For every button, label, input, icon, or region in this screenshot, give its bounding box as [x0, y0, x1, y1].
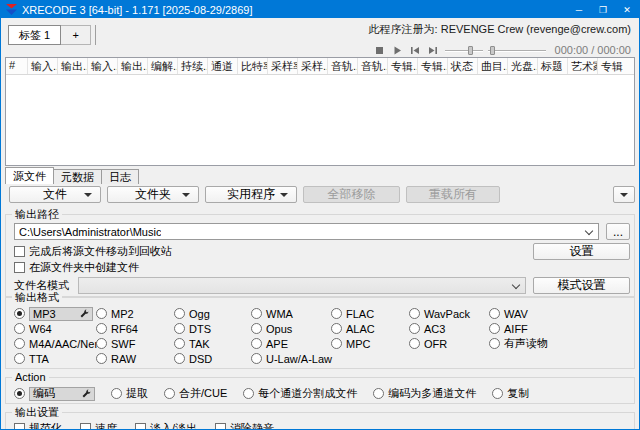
format-radio-mp3[interactable]: MP3	[14, 307, 96, 321]
file-menu-button[interactable]: 文件	[9, 186, 101, 203]
format-radio[interactable]: AIFF	[489, 323, 630, 335]
column-header[interactable]: 输入...	[88, 58, 118, 74]
column-header[interactable]: 比特率	[238, 58, 268, 74]
dropdown-arrow-icon	[620, 193, 628, 197]
radio-icon	[489, 308, 500, 319]
format-radio[interactable]: U-Law/A-Law	[251, 353, 331, 365]
maximize-button[interactable]: ❐	[591, 1, 615, 18]
normalize-checkbox[interactable]: 规范化	[14, 421, 62, 430]
format-radio[interactable]: TTA	[14, 353, 96, 365]
document-tabstrip: 标签 1 +	[8, 23, 96, 45]
remove-silence-checkbox[interactable]: 消除静音	[215, 421, 274, 430]
action-radio[interactable]: 合并/CUE	[164, 386, 227, 401]
add-tab-button[interactable]: +	[61, 25, 91, 45]
recycle-checkbox[interactable]: 完成后将源文件移动到回收站	[14, 244, 172, 259]
column-header[interactable]: 光盘...	[508, 58, 538, 74]
selected-action-box[interactable]: 编码	[29, 387, 95, 401]
format-radio[interactable]: AC3	[409, 323, 489, 335]
selected-format-box[interactable]: MP3	[29, 307, 93, 321]
stop-button[interactable]	[373, 45, 386, 56]
settings-button[interactable]: 设置	[533, 243, 630, 260]
tab-sources[interactable]: 源文件	[5, 167, 54, 184]
action-radio[interactable]: 提取	[111, 386, 148, 401]
close-window-button[interactable]: ✕	[615, 1, 639, 18]
volume-slider[interactable]	[488, 46, 546, 55]
format-radio[interactable]: OFR	[409, 338, 489, 350]
column-header[interactable]: 音轨...	[328, 58, 358, 74]
format-radio[interactable]: Ogg	[174, 308, 251, 320]
header-strip: 标签 1 + 此程序注册为: REVENGE Crew (revenge@cre…	[1, 18, 639, 57]
format-radio[interactable]: TAK	[174, 338, 251, 350]
tab-metadata[interactable]: 元数据	[54, 169, 102, 184]
action-radio[interactable]: 复制	[492, 386, 529, 401]
format-radio[interactable]: WMA	[251, 308, 331, 320]
column-header[interactable]: 输入...	[28, 58, 58, 74]
tab-document-1[interactable]: 标签 1	[8, 25, 61, 45]
column-header[interactable]: 持续...	[178, 58, 208, 74]
format-radio[interactable]: WavPack	[409, 308, 489, 320]
previous-track-button[interactable]	[409, 45, 422, 56]
next-track-button[interactable]	[427, 45, 440, 56]
format-label: U-Law/A-Law	[266, 353, 332, 365]
checkbox-icon	[14, 423, 25, 430]
column-header[interactable]: 标题	[538, 58, 568, 74]
create-in-source-checkbox[interactable]: 在源文件夹中创建文件	[14, 260, 139, 275]
folder-menu-button[interactable]: 文件夹	[107, 186, 199, 203]
format-radio[interactable]: FLAC	[331, 308, 409, 320]
column-header[interactable]: 采样率	[268, 58, 298, 74]
action-options: 编码 提取 合并/CUE 每个通道分割成文件 编码为多通道文件 复制	[14, 386, 630, 401]
column-header[interactable]: 曲目...	[478, 58, 508, 74]
action-radio-encode[interactable]: 编码	[14, 387, 95, 401]
format-radio[interactable]: M4A/AAC/Nero	[14, 338, 96, 350]
format-label: DTS	[189, 323, 211, 335]
tab-log[interactable]: 日志	[102, 169, 139, 184]
format-radio[interactable]: ALAC	[331, 323, 409, 335]
radio-icon	[96, 338, 107, 349]
column-header[interactable]: 专辑...	[418, 58, 448, 74]
format-radio[interactable]: MPC	[331, 338, 409, 350]
format-radio[interactable]: DTS	[174, 323, 251, 335]
format-radio[interactable]: MP2	[96, 308, 174, 320]
column-header[interactable]: 状态	[448, 58, 478, 74]
column-header[interactable]: 艺术家	[568, 58, 598, 74]
utilities-menu-button[interactable]: 实用程序	[205, 186, 297, 203]
speed-checkbox[interactable]: 速度	[80, 421, 117, 430]
column-header[interactable]: 专辑...	[388, 58, 418, 74]
column-header[interactable]: 专辑	[598, 58, 634, 74]
checkbox-icon	[135, 423, 146, 430]
format-radio[interactable]: RAW	[96, 353, 174, 365]
wrench-icon[interactable]	[80, 309, 89, 318]
action-radio[interactable]: 编码为多通道文件	[373, 386, 476, 401]
minimize-button[interactable]: ─	[567, 1, 591, 18]
more-dropdown-button[interactable]	[613, 186, 635, 203]
browse-button[interactable]: ...	[606, 223, 630, 240]
column-header[interactable]: 采样...	[298, 58, 328, 74]
format-radio[interactable]: 有声读物	[489, 336, 630, 351]
format-radio[interactable]: Opus	[251, 323, 331, 335]
play-button[interactable]	[391, 45, 404, 56]
seek-thumb[interactable]	[468, 46, 473, 55]
column-header[interactable]: 编解...	[148, 58, 178, 74]
column-header[interactable]: 音轨...	[358, 58, 388, 74]
volume-thumb[interactable]	[490, 46, 495, 55]
action-radio[interactable]: 每个通道分割成文件	[243, 386, 357, 401]
format-radio[interactable]: W64	[14, 323, 96, 335]
fade-checkbox[interactable]: 淡入/淡出	[135, 421, 197, 430]
remove-all-button: 全部移除	[303, 186, 400, 203]
seek-slider[interactable]	[445, 46, 483, 55]
action-label: 提取	[126, 386, 148, 401]
format-radio[interactable]: DSD	[174, 353, 251, 365]
column-header[interactable]: #	[6, 58, 28, 74]
file-list-body[interactable]	[6, 75, 634, 165]
format-radio[interactable]: WAV	[489, 308, 630, 320]
column-header[interactable]: 通道	[208, 58, 238, 74]
format-radio[interactable]: RF64	[96, 323, 174, 335]
pattern-settings-button[interactable]: 模式设置	[533, 277, 630, 294]
output-path-combo[interactable]: C:\Users\Administrator\Music	[14, 223, 599, 240]
chevron-down-icon[interactable]	[585, 227, 593, 235]
wrench-icon[interactable]	[82, 389, 91, 398]
format-radio[interactable]: APE	[251, 338, 331, 350]
column-header[interactable]: 输出...	[118, 58, 148, 74]
column-header[interactable]: 输出...	[58, 58, 88, 74]
format-radio[interactable]: SWF	[96, 338, 174, 350]
